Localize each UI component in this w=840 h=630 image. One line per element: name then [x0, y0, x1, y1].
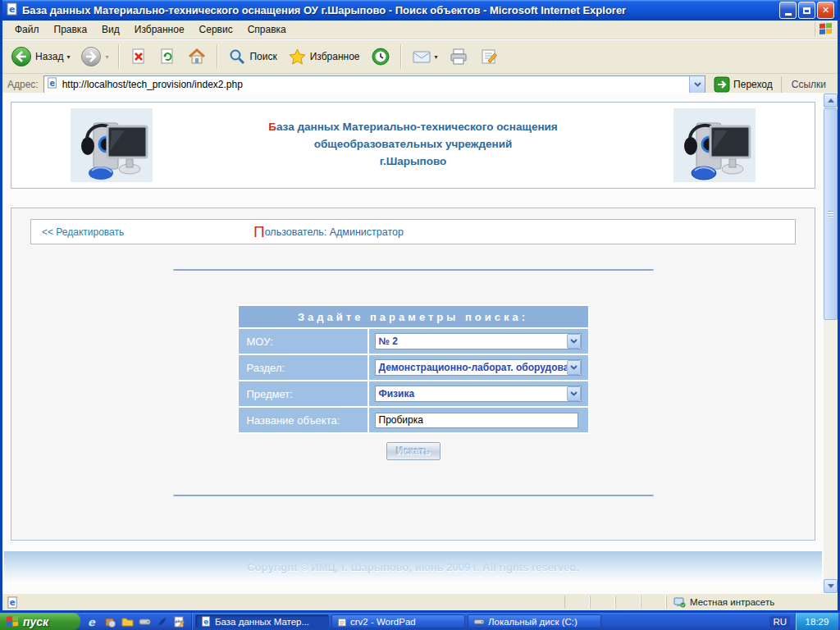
- home-icon: [187, 48, 207, 66]
- page-header-box: База данных Материально-технического осн…: [11, 102, 815, 189]
- site-title: База данных Материально-технического осн…: [159, 119, 667, 171]
- history-button[interactable]: [368, 45, 394, 68]
- divider-bottom: [173, 495, 653, 496]
- back-label: Назад: [35, 51, 63, 62]
- language-indicator[interactable]: RU: [769, 616, 790, 628]
- chevron-down-icon[interactable]: [567, 386, 581, 401]
- predmet-label: Предмет:: [239, 388, 293, 400]
- svg-text:e: e: [49, 79, 55, 88]
- computer-image-right: [673, 108, 756, 182]
- toolbar-separator: [400, 44, 402, 69]
- start-label: пуск: [23, 615, 48, 628]
- task-buttons: e База данных Матер... crv2 - WordPad Ло…: [192, 613, 763, 630]
- status-cell: [590, 596, 615, 609]
- scrollbar-thumb[interactable]: [824, 108, 838, 320]
- main-content-box: << Редактировать Пользователь: Администр…: [11, 208, 815, 541]
- chevron-down-icon[interactable]: [567, 334, 581, 349]
- zone-label: Местная интрасеть: [690, 597, 774, 607]
- browser-window: e База данных Материально-технического о…: [0, 0, 840, 613]
- address-page-icon: e: [44, 77, 60, 92]
- svg-text:e: e: [88, 616, 96, 628]
- task-button-wordpad[interactable]: crv2 - WordPad: [331, 614, 465, 628]
- address-label: Адрес:: [7, 79, 39, 90]
- go-icon: [714, 76, 730, 93]
- mail-icon: [412, 48, 431, 65]
- razdel-label: Раздел:: [239, 362, 285, 374]
- ie-page-icon: e: [6, 2, 19, 19]
- user-label: Пользователь: Администратор: [253, 223, 404, 241]
- menu-tools[interactable]: Сервис: [192, 21, 240, 38]
- object-name-input[interactable]: [375, 413, 578, 428]
- mou-label: МОУ:: [239, 336, 273, 348]
- back-button[interactable]: Назад ▾: [7, 44, 73, 69]
- forward-icon: [80, 46, 102, 67]
- favorites-button[interactable]: Избранное: [285, 46, 363, 67]
- mail-button[interactable]: ▾: [409, 47, 441, 66]
- print-button[interactable]: [445, 46, 472, 67]
- search-submit-button[interactable]: Искать: [386, 442, 441, 460]
- windows-flag-icon: [6, 615, 19, 628]
- menu-view[interactable]: Вид: [94, 21, 127, 38]
- home-button[interactable]: [184, 46, 210, 67]
- refresh-button[interactable]: [155, 46, 180, 67]
- drive-icon[interactable]: [138, 615, 151, 628]
- address-box: e: [43, 75, 705, 94]
- go-button[interactable]: Переход: [710, 75, 776, 94]
- object-name-label: Название объекта:: [239, 414, 340, 427]
- refresh-icon: [158, 48, 176, 66]
- search-label: Поиск: [249, 51, 276, 62]
- ie-quicklaunch-icon[interactable]: e: [86, 615, 99, 628]
- php-editor-icon[interactable]: php: [172, 615, 185, 628]
- edit-link[interactable]: << Редактировать: [42, 226, 124, 238]
- setup-icon[interactable]: [103, 615, 116, 628]
- vertical-scrollbar[interactable]: [824, 93, 838, 594]
- menu-help[interactable]: Справка: [240, 21, 294, 38]
- start-button[interactable]: пуск: [0, 613, 80, 630]
- stop-button[interactable]: [126, 46, 151, 67]
- back-icon: [11, 46, 32, 67]
- menu-file[interactable]: Файл: [7, 21, 47, 38]
- mail-dropdown-icon[interactable]: ▾: [435, 53, 438, 61]
- page-footer: Copyright © ИМЦ, г. Шарыпово, июнь 2009 …: [4, 551, 822, 583]
- scroll-up-button[interactable]: [824, 94, 838, 107]
- folder-icon[interactable]: [121, 615, 134, 628]
- svg-text:e: e: [9, 4, 15, 15]
- predmet-select[interactable]: Физика: [375, 386, 582, 402]
- task-button-database[interactable]: e База данных Матер...: [195, 614, 329, 628]
- restore-button[interactable]: [798, 2, 815, 19]
- go-label: Переход: [733, 79, 773, 90]
- close-button[interactable]: ✕: [817, 2, 834, 19]
- search-icon: [228, 48, 246, 66]
- window-title: База данных Материально-технического осн…: [22, 4, 776, 16]
- page-done-icon: e: [7, 596, 19, 609]
- print-icon: [449, 48, 468, 66]
- favorites-star-icon: [288, 48, 307, 66]
- title-bar[interactable]: e База данных Материально-технического о…: [2, 0, 838, 21]
- status-cell: [615, 596, 641, 609]
- forward-button[interactable]: ▾: [77, 44, 112, 69]
- address-input[interactable]: [60, 79, 689, 90]
- history-icon: [371, 47, 390, 66]
- links-label[interactable]: Ссылки: [781, 76, 833, 93]
- search-button[interactable]: Поиск: [225, 46, 280, 67]
- wordpad-icon: [337, 616, 347, 627]
- site-title-lead: Б: [268, 121, 276, 133]
- razdel-select[interactable]: Демонстрационно-лаборат. оборудован: [375, 359, 582, 376]
- task-button-local-disk[interactable]: Локальный диск (C:): [468, 614, 601, 628]
- minimize-button[interactable]: [779, 2, 797, 19]
- status-cell: [564, 596, 590, 609]
- back-dropdown-icon[interactable]: ▾: [66, 53, 70, 61]
- disk-icon: [473, 618, 485, 626]
- menu-favorites[interactable]: Избранное: [127, 21, 192, 38]
- forward-dropdown-icon: ▾: [105, 53, 108, 61]
- menu-edit[interactable]: Правка: [47, 21, 95, 38]
- mou-select[interactable]: № 2: [375, 333, 582, 349]
- design-tool-icon[interactable]: [155, 615, 168, 628]
- ie-task-icon: e: [201, 616, 212, 627]
- address-dropdown-button[interactable]: [689, 76, 705, 93]
- scroll-down-button[interactable]: [824, 579, 838, 593]
- menu-bar: Файл Правка Вид Избранное Сервис Справка: [2, 21, 838, 39]
- taskbar-clock[interactable]: 18:29: [795, 613, 838, 630]
- chevron-down-icon[interactable]: [567, 360, 581, 375]
- edit-button[interactable]: [476, 46, 502, 67]
